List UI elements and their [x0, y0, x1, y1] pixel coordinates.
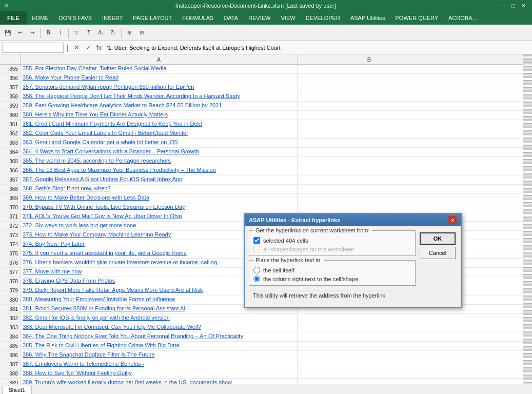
cell-link[interactable]: 369. How to Make Better Decisions with L…: [21, 194, 298, 203]
cell-link[interactable]: 368. Seth's Blog: If not now, when?: [21, 185, 298, 193]
cell-link[interactable]: 362. Color Code Your Email Labels In Gma…: [21, 129, 298, 138]
table-row: 384384. The One Thing Nobody Ever Told Y…: [0, 332, 532, 342]
cell-link[interactable]: 382. Gmail for iOS is finally on par wit…: [21, 314, 298, 323]
cell-link[interactable]: 386. Why The Snapchat Dogface Filter Is …: [21, 351, 298, 360]
asap-dialog[interactable]: ASAP Utilities - Extract hyperlinks ✕ Ge…: [244, 213, 462, 308]
row-number: 368: [0, 185, 21, 193]
cell-link[interactable]: 364. 4 Ways to Start Conversations with …: [21, 148, 298, 156]
file-menu[interactable]: FILE: [0, 11, 27, 25]
cell-b: [298, 111, 532, 120]
cell-b: [298, 360, 532, 369]
cell-b: [298, 139, 532, 147]
menu-data[interactable]: DATA: [219, 11, 243, 25]
cell-link[interactable]: 384. The One Thing Nobody Ever Told You …: [21, 332, 298, 341]
cell-link[interactable]: 355. For Election Day Chatter, Twitter R…: [21, 65, 298, 73]
dialog-footer-text: This utility will retrieve the address f…: [249, 290, 416, 303]
name-box[interactable]: [2, 43, 64, 53]
row-number: 386: [0, 351, 21, 360]
dialog-close-btn[interactable]: ✕: [448, 216, 457, 224]
cell-link[interactable]: 385. The Risk to Civil Liberties of Figh…: [21, 342, 298, 350]
ok-button[interactable]: OK: [420, 232, 456, 245]
window-controls[interactable]: ─ □ ✕: [500, 3, 528, 9]
menu-view[interactable]: VIEW: [276, 11, 301, 25]
cell-link[interactable]: 359. Fast-Growing Healthcare Analytics M…: [21, 102, 298, 110]
cell-b: [298, 342, 532, 350]
cell-link[interactable]: 361. Credit Card Minimum Payments Are De…: [21, 120, 298, 129]
menu-dons-favs[interactable]: DON'S FAVS: [54, 11, 97, 25]
toolbar-redo[interactable]: ↪: [27, 27, 38, 38]
radio2-row: the column right next to the cell/shape: [253, 275, 411, 282]
col-header-b[interactable]: B: [298, 54, 441, 64]
menu-acrobat[interactable]: ACROBA...: [443, 11, 482, 25]
row-number: 385: [0, 342, 21, 350]
cell-link[interactable]: 363. Gmail and Google Calendar get a who…: [21, 139, 298, 147]
cell-link[interactable]: 358. The Happiest People Don't Let Their…: [21, 92, 298, 101]
row-number: 363: [0, 139, 21, 147]
toolbar-sep1: [40, 28, 41, 38]
toolbar-misc2[interactable]: ⊟: [136, 27, 147, 38]
cell-link[interactable]: 360. Here's Why the Time You Eat Dinner …: [21, 111, 298, 120]
cell-b: [298, 92, 532, 101]
cell-b: [298, 203, 532, 212]
toolbar-sort-az[interactable]: A↓: [95, 27, 107, 38]
toolbar-bold[interactable]: B: [43, 27, 54, 38]
cell-link[interactable]: 357. Senators demand Mylan repay Pentago…: [21, 83, 298, 92]
cell-b: [298, 185, 532, 193]
cancel-formula-btn[interactable]: ✕: [72, 44, 82, 51]
cell-link[interactable]: 365. The world in 2045, according to Pen…: [21, 157, 298, 166]
cell-link[interactable]: 389. Trump's wife worked illegally durin…: [21, 379, 298, 384]
table-row: 357357. Senators demand Mylan repay Pent…: [0, 83, 532, 92]
toolbar-sort-za[interactable]: Z↓: [108, 27, 119, 38]
toolbar-sum[interactable]: Σ: [83, 27, 94, 38]
row-number: 376: [0, 259, 21, 267]
cell-link[interactable]: 366. The 13 Best Apps to Maximize Your B…: [21, 166, 298, 175]
toolbar-undo[interactable]: ↩: [14, 27, 26, 38]
menu-home[interactable]: HOME: [27, 11, 54, 25]
sheet-tab-1[interactable]: Sheet1: [2, 386, 32, 394]
row-number: 358: [0, 92, 21, 101]
option1-checkbox[interactable]: [253, 237, 260, 244]
group1-label: Get the hyperlinks on current worksheet …: [253, 227, 372, 233]
row-number: 369: [0, 194, 21, 203]
confirm-formula-btn[interactable]: ✓: [84, 44, 93, 51]
menu-developer[interactable]: DEVELOPER: [301, 11, 345, 25]
menu-formulas[interactable]: FORMULAS: [177, 11, 219, 25]
row-number: 370: [0, 203, 21, 212]
table-row: 385385. The Risk to Civil Liberties of F…: [0, 342, 532, 351]
dialog-buttons: OK Cancel: [420, 230, 457, 303]
cell-link[interactable]: 387. Employers Warm to Telemedicine Bene…: [21, 360, 298, 369]
cell-link[interactable]: 356. Make Your Phone Easier to Read: [21, 74, 298, 83]
radio2-input[interactable]: [253, 275, 260, 282]
table-row: 386386. Why The Snapchat Dogface Filter …: [0, 351, 532, 360]
cell-link[interactable]: 367. Google Released A Giant Update For …: [21, 175, 298, 184]
radio1-row: the cell itself: [253, 267, 411, 273]
toolbar-save[interactable]: 💾: [2, 27, 13, 38]
cell-b: [298, 157, 532, 166]
cell-b: [298, 74, 532, 83]
toolbar-filter[interactable]: ▽: [71, 27, 82, 38]
title-bar: ✕ Instapaper-Resource-Document-Links.xls…: [0, 0, 532, 11]
cell-b: [298, 332, 532, 341]
cell-link[interactable]: 388. How to Say 'No' Without Feeling Gui…: [21, 369, 298, 378]
table-row: 361361. Credit Card Minimum Payments Are…: [0, 120, 532, 129]
menu-page-layout[interactable]: PAGE LAYOUT: [128, 11, 177, 25]
formula-input[interactable]: [105, 44, 530, 51]
toolbar-italic[interactable]: I: [55, 27, 66, 38]
col-header-a[interactable]: A: [21, 54, 298, 64]
row-number: 380: [0, 296, 21, 304]
radio1-input[interactable]: [253, 267, 260, 273]
row-number: 361: [0, 120, 21, 129]
menu-review[interactable]: REVIEW: [243, 11, 275, 25]
menu-asap[interactable]: ASAP Utilities: [345, 11, 390, 25]
cell-link[interactable]: 383. Dear Microsoft: I'm Confused, Can Y…: [21, 323, 298, 332]
menu-insert[interactable]: INSERT: [97, 11, 128, 25]
cell-b: [298, 102, 532, 110]
cancel-button[interactable]: Cancel: [420, 247, 456, 259]
menu-power-query[interactable]: POWER QUERY: [390, 11, 444, 25]
table-row: 363363. Gmail and Google Calendar get a …: [0, 139, 532, 148]
column-headers: A B: [0, 54, 532, 65]
cell-link[interactable]: 370. Bypass TV With Online Tools, Live S…: [21, 203, 298, 212]
toolbar-misc1[interactable]: ⊞: [124, 27, 135, 38]
table-row: 388388. How to Say 'No' Without Feeling …: [0, 369, 532, 379]
row-number: 359: [0, 102, 21, 110]
